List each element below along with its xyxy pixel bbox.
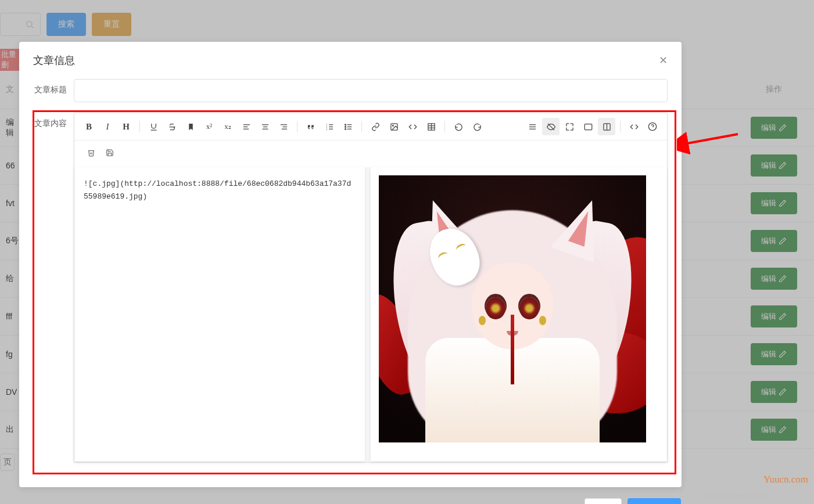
svg-rect-33 — [584, 124, 592, 129]
align-left-icon[interactable] — [238, 118, 255, 135]
subfield-icon[interactable] — [598, 118, 615, 135]
fullscreen-icon[interactable] — [561, 118, 578, 135]
title-field-row: 文章标题 — [33, 79, 668, 102]
svg-point-22 — [345, 128, 346, 129]
watermark-yuucn: Yuucn.com — [763, 474, 808, 485]
bold-icon[interactable]: B — [80, 118, 98, 135]
markdown-editor: B I H x² x₂ 123 — [74, 113, 668, 463]
html-code-icon[interactable] — [625, 118, 643, 135]
unordered-list-icon[interactable] — [339, 118, 357, 135]
modal-header: 文章信息 ✕ — [19, 42, 682, 73]
read-model-icon[interactable] — [579, 118, 597, 135]
title-label: 文章标题 — [33, 79, 74, 95]
align-center-icon[interactable] — [256, 118, 274, 135]
editor-toolbar: B I H x² x₂ 123 — [74, 113, 667, 141]
italic-icon[interactable]: I — [99, 118, 116, 135]
help-icon[interactable] — [644, 118, 661, 135]
article-modal: 文章信息 ✕ 文章标题 文章内容 B I H x² x₂ — [19, 42, 682, 487]
svg-text:3: 3 — [326, 127, 328, 130]
close-icon[interactable]: ✕ — [659, 54, 668, 67]
preview-image — [379, 175, 646, 442]
mark-icon[interactable] — [182, 118, 199, 135]
code-icon[interactable] — [404, 118, 421, 135]
subscript-icon[interactable]: x₂ — [219, 118, 236, 135]
save-icon[interactable] — [101, 144, 119, 161]
editor-toolbar-row2 — [74, 141, 667, 167]
content-field-row: 文章内容 B I H x² x₂ 123 — [33, 113, 668, 463]
underline-icon[interactable] — [145, 118, 162, 135]
markdown-source-pane[interactable]: ![c.jpg](http://localhost:8888/file/68ec… — [74, 167, 365, 461]
title-input[interactable] — [74, 79, 668, 102]
modal-title: 文章信息 — [33, 53, 75, 67]
link-icon[interactable] — [367, 118, 384, 135]
strikethrough-icon[interactable] — [163, 118, 181, 135]
svg-point-24 — [392, 125, 393, 126]
table-icon[interactable] — [422, 118, 440, 135]
svg-point-20 — [345, 124, 346, 125]
align-right-icon[interactable] — [275, 118, 292, 135]
ordered-list-icon[interactable]: 123 — [321, 118, 338, 135]
undo-icon[interactable] — [450, 118, 467, 135]
navigation-icon[interactable] — [523, 118, 541, 135]
superscript-icon[interactable]: x² — [200, 118, 218, 135]
svg-point-21 — [345, 126, 346, 127]
content-label: 文章内容 — [33, 113, 74, 129]
quote-icon[interactable] — [302, 118, 320, 135]
dialog-cancel-button-partial[interactable] — [584, 498, 622, 504]
trash-icon[interactable] — [83, 144, 100, 161]
sync-scroll-icon[interactable] — [542, 118, 560, 135]
dialog-confirm-button-partial[interactable] — [627, 498, 681, 504]
preview-pane — [371, 167, 667, 461]
heading-icon[interactable]: H — [117, 118, 135, 135]
watermark-csdn: CSDN @ywp2021 — [701, 491, 768, 501]
image-icon[interactable] — [385, 118, 403, 135]
editor-panes: ![c.jpg](http://localhost:8888/file/68ec… — [74, 167, 667, 462]
redo-icon[interactable] — [468, 118, 486, 135]
